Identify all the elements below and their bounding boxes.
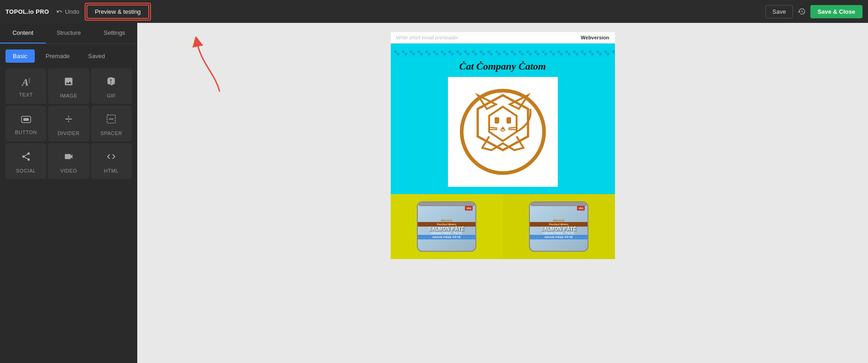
topbar: TOPOL.io PRO Undo Preview & testing Save… xyxy=(0,0,868,23)
topbar-left: TOPOL.io PRO Undo Preview & testing xyxy=(5,5,149,19)
product-can-2: Merrick Purrfect Bistro SALMON PÂTÉ GRAI… xyxy=(529,201,588,252)
history-button[interactable] xyxy=(798,7,806,16)
history-icon xyxy=(798,7,806,16)
gif-icon: GIF xyxy=(106,76,116,89)
can-title-1: SALMON PÂTÉ xyxy=(429,227,464,232)
can-banner-1: Purrfect Bistro xyxy=(418,222,475,227)
html-label: HTML xyxy=(104,168,119,173)
image-icon xyxy=(64,76,74,89)
can-title-2: SALMON PÂTÉ xyxy=(541,227,577,232)
content-item-image[interactable]: IMAGE xyxy=(48,68,89,104)
can-subtitle-1: GRAIN FREE · PÂTÉ xyxy=(431,232,462,235)
tab-structure[interactable]: Structure xyxy=(46,23,92,43)
svg-rect-3 xyxy=(23,118,29,121)
svg-point-10 xyxy=(462,91,544,173)
svg-line-20 xyxy=(508,127,517,128)
annotation-arrow xyxy=(188,37,233,96)
video-label: VIDEO xyxy=(60,168,77,173)
content-item-social[interactable]: SOCIAL xyxy=(5,143,46,179)
canvas-area: Write short email preheader Webversion 🐾… xyxy=(137,23,868,363)
can-brand-2: Merrick xyxy=(553,219,565,222)
subtab-premade[interactable]: Premade xyxy=(38,49,77,63)
company-logo xyxy=(457,86,549,178)
social-label: SOCIAL xyxy=(16,168,36,173)
webversion-link: Webversion xyxy=(581,35,609,40)
paw-pattern-row: 🐾🐾🐾🐾🐾🐾🐾🐾🐾🐾🐾🐾🐾🐾🐾🐾🐾🐾🐾🐾🐾🐾🐾🐾🐾🐾🐾🐾🐾🐾🐾 xyxy=(391,48,615,58)
can-lid-1 xyxy=(419,201,474,206)
preview-testing-button[interactable]: Preview & testing xyxy=(86,5,149,19)
brand-logo: TOPOL.io PRO xyxy=(5,8,49,15)
brand-title: Ċat Ċompany Ċatom xyxy=(391,60,615,72)
main-layout: Content Structure Settings Basic Premade… xyxy=(0,23,868,363)
tab-content[interactable]: Content xyxy=(0,23,46,43)
email-canvas: Write short email preheader Webversion 🐾… xyxy=(391,32,615,259)
can-badge-1: USA xyxy=(465,206,473,211)
video-icon xyxy=(64,152,74,164)
subtab-saved[interactable]: Saved xyxy=(81,49,113,63)
can-lid-2 xyxy=(531,201,586,206)
can-footer-2: GRAIN FREE PÂTÉ xyxy=(530,235,588,239)
product-can-1: Merrick Purrfect Bistro SALMON PÂTÉ GRAI… xyxy=(417,201,476,252)
button-icon xyxy=(21,114,31,126)
content-item-button[interactable]: BUTTON xyxy=(5,106,46,141)
text-icon: A| xyxy=(22,76,30,88)
tab-settings[interactable]: Settings xyxy=(92,23,137,43)
button-label: BUTTON xyxy=(15,130,37,135)
svg-marker-14 xyxy=(489,107,517,141)
email-preheader: Write short email preheader Webversion xyxy=(391,32,615,43)
spacer-icon xyxy=(106,114,116,127)
content-item-divider[interactable]: DIVIDER xyxy=(48,106,89,141)
sidebar: Content Structure Settings Basic Premade… xyxy=(0,23,137,363)
undo-icon xyxy=(56,8,63,15)
product-item-2: Merrick Purrfect Bistro SALMON PÂTÉ GRAI… xyxy=(503,194,615,259)
content-item-gif[interactable]: GIF GIF xyxy=(91,68,132,104)
subtab-basic[interactable]: Basic xyxy=(5,49,35,63)
image-label: IMAGE xyxy=(60,93,77,98)
undo-button[interactable]: Undo xyxy=(56,8,79,15)
logo-box xyxy=(448,77,558,187)
can-footer-1: GRAIN FREE PÂTÉ xyxy=(418,235,475,239)
can-brand-1: Merrick xyxy=(441,219,453,222)
content-item-spacer[interactable]: SPACER xyxy=(91,106,132,141)
divider-label: DIVIDER xyxy=(58,130,80,136)
content-item-text[interactable]: A| TEXT xyxy=(5,68,46,104)
can-badge-2: USA xyxy=(577,206,585,211)
svg-rect-16 xyxy=(507,117,511,124)
svg-marker-17 xyxy=(501,126,505,130)
gif-label: GIF xyxy=(107,93,116,98)
can-banner-2: Purrfect Bistro xyxy=(530,222,588,227)
social-icon xyxy=(21,152,31,164)
svg-text:GIF: GIF xyxy=(109,80,114,83)
can-subtitle-2: GRAIN FREE · PÂTÉ xyxy=(543,232,574,235)
html-icon xyxy=(106,152,116,164)
content-items-grid: A| TEXT IMAGE GIF GIF xyxy=(0,63,137,184)
svg-rect-15 xyxy=(495,117,499,124)
preview-button-wrapper: Preview & testing xyxy=(86,5,149,19)
svg-line-18 xyxy=(489,127,497,128)
product-item-1: Merrick Purrfect Bistro SALMON PÂTÉ GRAI… xyxy=(391,194,503,259)
email-header: 🐾🐾🐾🐾🐾🐾🐾🐾🐾🐾🐾🐾🐾🐾🐾🐾🐾🐾🐾🐾🐾🐾🐾🐾🐾🐾🐾🐾🐾🐾🐾 Ċat Ċomp… xyxy=(391,43,615,194)
content-item-video[interactable]: VIDEO xyxy=(48,143,89,179)
topbar-right: Save Save & Close xyxy=(766,5,863,18)
divider-icon xyxy=(64,114,74,127)
save-close-button[interactable]: Save & Close xyxy=(810,5,863,18)
sidebar-tabs: Content Structure Settings xyxy=(0,23,137,44)
content-subtabs: Basic Premade Saved xyxy=(0,44,137,63)
content-item-html[interactable]: HTML xyxy=(91,143,132,179)
text-label: TEXT xyxy=(19,92,33,98)
preheader-text: Write short email preheader xyxy=(396,35,458,40)
products-section: Merrick Purrfect Bistro SALMON PÂTÉ GRAI… xyxy=(391,194,615,259)
save-button[interactable]: Save xyxy=(766,5,793,18)
spacer-label: SPACER xyxy=(101,130,122,136)
